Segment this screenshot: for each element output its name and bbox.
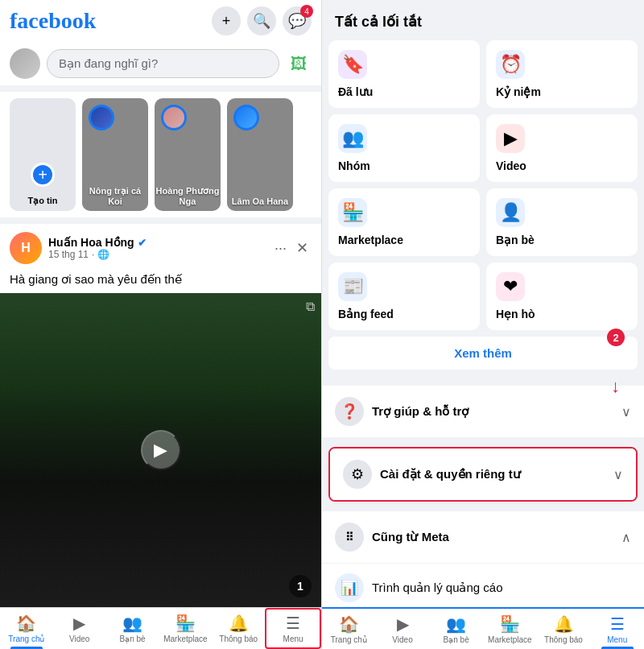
shortcut-video[interactable]: ▶ Video bbox=[486, 114, 638, 182]
marketplace-label: Marketplace bbox=[338, 234, 470, 246]
right-menu-icon: ☰ bbox=[610, 614, 625, 634]
play-button[interactable]: ▶ bbox=[141, 430, 181, 470]
ads-label: Trình quản lý quảng cáo bbox=[372, 581, 503, 595]
divider-1 bbox=[322, 376, 644, 382]
nav-marketplace[interactable]: 🏪 Marketplace bbox=[159, 608, 212, 649]
help-accordion-header[interactable]: ❓ Trợ giúp & hỗ trợ ∨ bbox=[322, 386, 644, 437]
post-author-info: Huấn Hoa Hồng ✔ 15 thg 11 · 🌐 bbox=[48, 236, 265, 260]
story-create[interactable]: + Tạo tin bbox=[10, 98, 76, 211]
right-nav-friends[interactable]: 👥 Bạn bè bbox=[429, 609, 483, 649]
notifications-icon: 🔔 bbox=[229, 614, 249, 633]
post-actions: ··· ✕ bbox=[271, 236, 312, 260]
post-media[interactable]: ▶ ⧉ 1 bbox=[0, 293, 321, 607]
shortcut-saved[interactable]: 🔖 Đã lưu bbox=[328, 40, 480, 108]
search-icon: 🔍 bbox=[253, 12, 270, 30]
messenger-button[interactable]: 💬 4 bbox=[283, 6, 312, 35]
settings-accordion-header[interactable]: ⚙ Cài đặt & quyền riêng tư ∨ bbox=[330, 449, 636, 500]
help-label: Trợ giúp & hỗ trợ bbox=[372, 404, 469, 419]
user-avatar bbox=[10, 48, 40, 79]
facebook-logo: facebook bbox=[10, 8, 96, 34]
photo-button[interactable]: 🖼 bbox=[286, 51, 312, 76]
help-section: ❓ Trợ giúp & hỗ trợ ∨ bbox=[322, 386, 644, 437]
saved-label: Đã lưu bbox=[338, 85, 470, 98]
shortcut-friends[interactable]: 👤 Bạn bè bbox=[486, 188, 638, 256]
story-create-label: Tạo tin bbox=[10, 196, 76, 206]
meta-accordion-header[interactable]: ⠿ Cũng từ Meta ∧ bbox=[322, 511, 644, 563]
post-author-avatar: H bbox=[10, 232, 42, 264]
ads-manager-item[interactable]: 📊 Trình quản lý quảng cáo bbox=[322, 564, 644, 607]
post-meta: 15 thg 11 · 🌐 bbox=[48, 249, 265, 260]
right-nav-home[interactable]: 🏠 Trang chủ bbox=[322, 609, 376, 649]
post-close-button[interactable]: ✕ bbox=[293, 236, 312, 260]
post-card: H Huấn Hoa Hồng ✔ 15 thg 11 · 🌐 ··· ✕ Hà… bbox=[0, 224, 321, 607]
right-home-icon: 🏠 bbox=[339, 614, 359, 634]
nav-menu[interactable]: ☰ Menu bbox=[265, 608, 321, 649]
feed-label: Bảng feed bbox=[338, 308, 470, 320]
friends-label: Bạn bè bbox=[496, 234, 628, 246]
story-1-avatar bbox=[89, 105, 114, 130]
post-input[interactable]: Bạn đang nghĩ gì? bbox=[47, 49, 279, 78]
bottom-nav-left: 🏠 Trang chủ ▶ Video 👥 Bạn bè 🏪 Marketpla… bbox=[0, 607, 321, 649]
post-author-name: Huấn Hoa Hồng ✔ bbox=[48, 236, 265, 249]
left-header: facebook + 🔍 💬 4 bbox=[0, 0, 321, 42]
right-marketplace-icon: 🏪 bbox=[500, 614, 520, 634]
settings-chevron: ∨ bbox=[613, 467, 623, 482]
header-icons: + 🔍 💬 4 bbox=[212, 6, 312, 35]
dating-icon: ❤ bbox=[496, 272, 525, 301]
nav-notifications[interactable]: 🔔 Thông báo bbox=[212, 608, 265, 649]
settings-label: Cài đặt & quyền riêng tư bbox=[380, 467, 521, 482]
friends-icon: 👥 bbox=[122, 614, 142, 633]
shortcut-marketplace[interactable]: 🏪 Marketplace bbox=[328, 188, 480, 256]
right-nav-marketplace[interactable]: 🏪 Marketplace bbox=[483, 609, 537, 649]
video-icon: ▶ bbox=[73, 614, 85, 633]
post-number-badge: 1 bbox=[289, 575, 312, 597]
dating-label: Hẹn hò bbox=[496, 308, 628, 320]
story-3[interactable]: Lâm Oa Hana bbox=[227, 98, 293, 211]
video-shortcut-icon: ▶ bbox=[496, 124, 525, 153]
divider-2 bbox=[322, 440, 644, 444]
marketplace-shortcut-icon: 🏪 bbox=[338, 198, 367, 227]
stories-section: + Tạo tin Nông trại cá Koi Hoàng Phương … bbox=[0, 92, 321, 224]
nav-home[interactable]: 🏠 Trang chủ bbox=[0, 608, 53, 649]
story-3-avatar bbox=[233, 105, 259, 130]
meta-section: ⠿ Cũng từ Meta ∧ 📊 Trình quản lý quảng c… bbox=[322, 511, 644, 607]
right-panel: Tất cả lối tắt 🔖 Đã lưu ⏰ Kỷ niệm 👥 Nhóm… bbox=[322, 0, 644, 649]
right-nav-notifications[interactable]: 🔔 Thông báo bbox=[537, 609, 591, 649]
menu-icon: ☰ bbox=[286, 614, 300, 633]
shortcuts-grid: 🔖 Đã lưu ⏰ Kỷ niệm 👥 Nhóm ▶ Video 🏪 Mark… bbox=[322, 40, 644, 330]
verified-icon: ✔ bbox=[138, 237, 147, 249]
copy-icon: ⧉ bbox=[306, 300, 315, 314]
post-header: H Huấn Hoa Hồng ✔ 15 thg 11 · 🌐 ··· ✕ bbox=[0, 224, 321, 272]
meta-chevron: ∧ bbox=[621, 530, 631, 545]
story-1[interactable]: Nông trại cá Koi bbox=[82, 98, 148, 211]
shortcut-dating[interactable]: ❤ Hẹn hò bbox=[486, 262, 638, 330]
story-3-label: Lâm Oa Hana bbox=[227, 196, 293, 206]
ads-icon: 📊 bbox=[335, 573, 364, 602]
story-2[interactable]: Hoàng Phương Nga bbox=[155, 98, 221, 211]
nav-friends[interactable]: 👥 Bạn bè bbox=[106, 608, 159, 649]
right-nav-menu[interactable]: ☰ Menu bbox=[590, 609, 644, 649]
memories-label: Kỷ niệm bbox=[496, 85, 628, 98]
right-video-icon: ▶ bbox=[397, 614, 409, 634]
right-nav-video[interactable]: ▶ Video bbox=[376, 609, 430, 649]
annotation-2: 2 bbox=[607, 329, 625, 346]
groups-label: Nhóm bbox=[338, 159, 470, 172]
shortcut-memories[interactable]: ⏰ Kỷ niệm bbox=[486, 40, 638, 108]
bottom-nav-right: 🏠 Trang chủ ▶ Video 👥 Bạn bè 🏪 Marketpla… bbox=[322, 607, 644, 649]
right-notifications-icon: 🔔 bbox=[554, 614, 574, 634]
home-icon: 🏠 bbox=[16, 614, 36, 633]
photo-icon: 🖼 bbox=[291, 55, 307, 73]
shortcut-feed[interactable]: 📰 Bảng feed bbox=[328, 262, 480, 330]
settings-icon: ⚙ bbox=[343, 460, 372, 489]
right-friends-icon: 👥 bbox=[446, 614, 466, 634]
nav-video[interactable]: ▶ Video bbox=[53, 608, 106, 649]
left-panel: facebook + 🔍 💬 4 Bạn đang nghĩ gì? 🖼 + bbox=[0, 0, 322, 649]
saved-icon: 🔖 bbox=[338, 50, 367, 79]
post-more-button[interactable]: ··· bbox=[271, 237, 290, 260]
search-button[interactable]: 🔍 bbox=[247, 6, 276, 35]
add-button[interactable]: + bbox=[212, 6, 241, 35]
shortcut-groups[interactable]: 👥 Nhóm bbox=[328, 114, 480, 182]
help-icon: ❓ bbox=[335, 397, 364, 426]
see-more-button[interactable]: Xem thêm bbox=[328, 337, 638, 370]
story-2-avatar bbox=[161, 105, 187, 130]
